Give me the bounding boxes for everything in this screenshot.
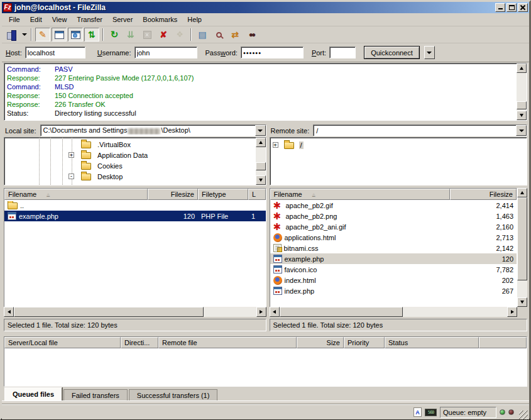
scroll-right-button[interactable] [507,307,517,317]
file-row[interactable]: bitnami.css2,142 [270,243,517,253]
toggle-transfer-queue-button[interactable]: ⇅ [84,28,99,41]
remote-horizontal-scrollbar[interactable] [270,307,518,317]
scroll-track[interactable] [14,307,256,317]
scroll-right-button[interactable] [256,307,266,317]
scroll-left-button[interactable] [4,307,14,317]
scroll-track[interactable] [256,147,266,175]
tree-item-virtualbox[interactable]: .VirtualBox [4,139,266,150]
close-button[interactable] [518,3,528,12]
scroll-thumb[interactable] [517,197,527,280]
username-input[interactable] [134,47,197,58]
menu-bookmarks[interactable]: Bookmarks [138,14,182,25]
local-horizontal-scrollbar[interactable] [4,307,266,317]
tab-failed-transfers[interactable]: Failed transfers [63,389,128,401]
tree-expander-icon[interactable]: + [68,152,74,158]
scroll-left-button[interactable] [270,307,280,317]
local-tree-vertical-scrollbar[interactable] [256,138,266,185]
column-header-remote-file[interactable]: Remote file [158,337,297,348]
tree-item-application-data[interactable]: + Application Data [4,150,266,160]
scroll-track[interactable] [517,197,527,297]
column-header-lastmodified[interactable]: L [248,189,266,200]
file-row[interactable]: favicon.ico7,782 [270,264,517,275]
resize-grip[interactable] [519,411,528,419]
port-input[interactable] [329,47,356,58]
site-manager-button[interactable] [4,28,19,41]
tree-item-cookies[interactable]: Cookies [4,160,266,171]
minimize-button[interactable] [495,3,505,12]
file-row[interactable]: index.html202 [270,275,517,285]
column-header-filetype[interactable]: Filetype [198,189,248,200]
column-header-filename[interactable]: Filename▲ [4,189,148,200]
chevron-down-icon [519,130,524,132]
scroll-down-button[interactable] [517,297,527,307]
tab-successful-transfers[interactable]: Successful transfers (1) [129,389,218,401]
tree-expander-icon[interactable]: + [273,142,278,148]
tree-expander-icon[interactable]: - [68,174,74,179]
menu-transfer[interactable]: Transfer [72,14,107,25]
file-row[interactable]: index.php267 [270,285,517,296]
scroll-up-button[interactable] [517,188,527,197]
scroll-up-button[interactable] [517,64,527,73]
menu-view[interactable]: View [47,14,72,25]
column-header-direction[interactable]: Directi... [121,337,158,348]
menu-server[interactable]: Server [107,14,138,25]
tree-item-desktop[interactable]: - Desktop [4,171,266,182]
column-header-priority[interactable]: Priority [344,337,385,348]
cancel-operation-button[interactable]: × [140,28,155,41]
local-site-dropdown[interactable] [255,125,266,136]
menu-edit[interactable]: Edit [25,14,47,25]
refresh-button[interactable]: ↻ [107,28,122,41]
column-header-filename[interactable]: Filename▲ [270,189,450,200]
speed-limits-icon[interactable]: 560 [425,409,437,416]
maximize-button[interactable] [506,3,517,12]
local-site-combobox[interactable]: C:\Documents and Settings\Desktop\ [40,124,266,136]
column-header-status[interactable]: Status [385,337,479,348]
file-row[interactable]: apache_pb2.png1,463 [270,211,517,221]
log-vertical-scrollbar[interactable] [517,64,527,120]
reconnect-button[interactable]: ❖ [172,28,187,41]
data-type-indicator-icon[interactable]: A [413,407,422,417]
toggle-local-tree-button[interactable] [52,28,67,41]
scroll-thumb[interactable] [517,101,527,109]
directory-comparison-button[interactable] [211,28,226,41]
synchronized-browsing-button[interactable]: ⇄ [227,28,243,41]
column-header-size[interactable]: Size [297,337,344,348]
file-row[interactable]: apache_pb2.gif2,414 [270,200,517,211]
host-input[interactable] [25,47,85,58]
quickconnect-dropdown[interactable] [424,46,435,59]
scroll-track[interactable] [280,307,508,317]
password-input[interactable] [241,47,304,58]
scroll-thumb[interactable] [14,307,204,317]
column-header-filesize[interactable]: Filesize [148,189,198,200]
horizontal-splitter[interactable] [2,331,529,336]
remote-site-dropdown[interactable] [516,125,527,136]
menu-help[interactable]: Help [182,14,207,25]
directory-listing-filters-button[interactable]: ▤ [195,28,210,41]
file-row[interactable]: applications.html2,713 [270,232,517,243]
scroll-down-button[interactable] [256,175,266,185]
process-queue-button[interactable]: ⇊ [123,28,138,41]
remote-site-combobox[interactable]: / [313,124,527,136]
column-header-filesize[interactable]: Filesize [450,189,517,200]
file-row-example-php[interactable]: example.php120 [270,253,517,264]
file-row-parent-dir[interactable]: .. [4,200,266,211]
site-manager-dropdown[interactable] [20,28,28,41]
toggle-remote-tree-button[interactable] [68,28,83,41]
scroll-track[interactable] [517,73,527,111]
menu-file[interactable]: File [4,14,25,25]
file-row-example-php[interactable]: example.php 120 PHP File 1 [4,211,266,221]
scroll-up-button[interactable] [256,138,266,147]
find-files-button[interactable]: ●● [244,28,259,41]
toggle-message-log-button[interactable]: ✎ [35,28,50,41]
remote-vertical-scrollbar[interactable] [517,188,527,307]
scroll-down-button[interactable] [517,111,527,120]
disconnect-button[interactable]: ✘ [156,28,171,41]
tree-item-root[interactable]: + / [270,140,527,150]
scroll-thumb[interactable] [280,307,403,317]
log-line: Response:226 Transfer OK [7,100,514,109]
tab-queued-files[interactable]: Queued files [4,387,62,401]
quickconnect-button[interactable]: Quickconnect [364,46,420,59]
file-row[interactable]: apache_pb2_ani.gif2,160 [270,221,517,232]
column-header-server-local-file[interactable]: Server/Local file [4,337,121,348]
scroll-thumb[interactable] [256,162,266,170]
